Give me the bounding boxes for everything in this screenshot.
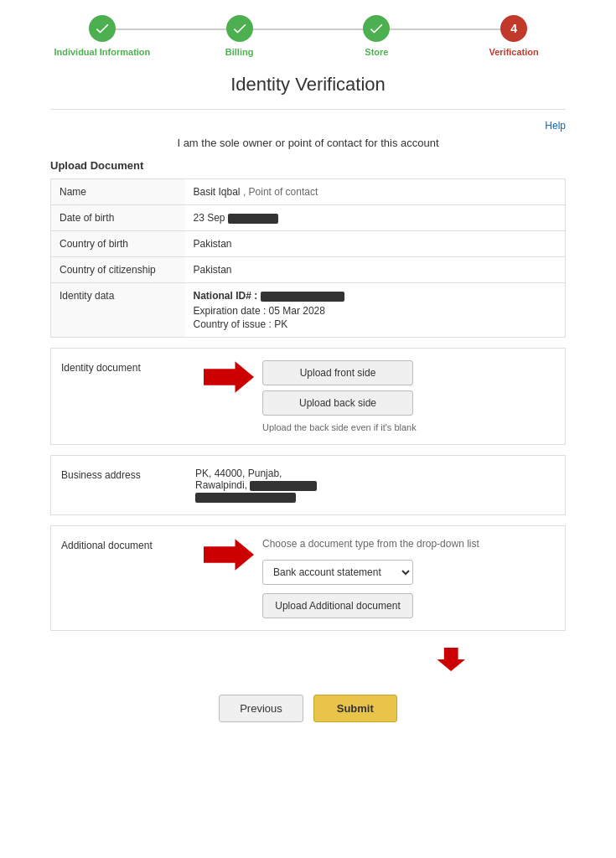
step-label-verification: Verification <box>489 47 538 57</box>
step-store: Store <box>308 15 446 57</box>
value-identity: National ID# : Expiration date : 05 Mar … <box>185 283 566 338</box>
table-row: Identity data National ID# : Expiration … <box>51 283 566 338</box>
value-country-birth: Pakistan <box>185 231 566 257</box>
step-billing: Billing <box>171 15 308 57</box>
action-buttons-row: Previous Submit <box>219 695 397 722</box>
upload-buttons-col: Upload front side Upload back side Uploa… <box>262 360 555 432</box>
section-divider <box>50 109 566 110</box>
business-address-section: Business address PK, 44000, Punjab, Rawa… <box>50 455 566 515</box>
label-country-birth: Country of birth <box>51 231 185 257</box>
business-address-label: Business address <box>61 468 195 481</box>
dropdown-description: Choose a document type from the drop-dow… <box>262 538 555 550</box>
progress-bar: Individual Information Billing Store 4 V… <box>0 0 616 65</box>
name-value: Basit Iqbal <box>194 186 243 198</box>
redacted-address1 <box>250 481 317 491</box>
table-row: Name Basit Iqbal , Point of contact <box>51 179 566 205</box>
value-name: Basit Iqbal , Point of contact <box>185 179 566 205</box>
svg-marker-0 <box>204 361 254 393</box>
additional-doc-label: Additional document <box>61 538 195 551</box>
identity-doc-label: Identity document <box>61 360 195 374</box>
step-individual: Individual Information <box>34 15 171 57</box>
down-arrow-icon <box>432 648 465 681</box>
label-name: Name <box>51 179 185 205</box>
table-row: Date of birth 23 Sep <box>51 205 566 231</box>
bottom-buttons-area: Previous Submit <box>50 648 566 747</box>
upload-arrow-container <box>195 360 262 394</box>
step-verification: 4 Verification <box>445 15 582 57</box>
step-label-billing: Billing <box>225 47 254 57</box>
info-table: Name Basit Iqbal , Point of contact Date… <box>50 178 566 338</box>
step-circle-store <box>363 15 390 42</box>
step-circle-individual <box>89 15 116 42</box>
redacted-address2 <box>195 493 296 503</box>
main-content: Identity Verification Help I am the sole… <box>0 65 616 764</box>
additional-doc-controls: Choose a document type from the drop-dow… <box>262 538 555 618</box>
redacted-id <box>261 292 344 302</box>
table-row: Country of birth Pakistan <box>51 231 566 257</box>
point-of-contact: , Point of contact <box>243 186 318 198</box>
right-arrow-icon <box>204 360 254 394</box>
upload-back-button[interactable]: Upload back side <box>262 390 413 416</box>
submit-button[interactable]: Submit <box>313 695 397 722</box>
expiration-date: Expiration date : 05 Mar 2028 <box>194 305 557 317</box>
step-circle-verification: 4 <box>500 15 527 42</box>
value-citizenship: Pakistan <box>185 257 566 283</box>
upload-front-button[interactable]: Upload front side <box>262 360 413 385</box>
national-id-label: National ID# : <box>194 290 258 302</box>
previous-button[interactable]: Previous <box>219 695 303 722</box>
table-row: Country of citizenship Pakistan <box>51 257 566 283</box>
upload-document-title: Upload Document <box>50 159 566 172</box>
business-address-value: PK, 44000, Punjab, Rawalpindi, <box>195 468 555 503</box>
svg-marker-1 <box>204 539 254 571</box>
label-citizenship: Country of citizenship <box>51 257 185 283</box>
address-line1: PK, 44000, Punjab, Rawalpindi, <box>195 468 555 503</box>
additional-document-section: Additional document Choose a document ty… <box>50 525 566 631</box>
document-type-select[interactable]: Bank account statement Utility bill Bank… <box>262 560 413 585</box>
help-link[interactable]: Help <box>50 120 566 132</box>
upload-additional-button[interactable]: Upload Additional document <box>262 593 413 618</box>
down-arrow-container <box>50 648 566 681</box>
identity-document-section: Identity document Upload front side Uplo… <box>50 348 566 445</box>
sole-owner-text: I am the sole owner or point of contact … <box>50 137 566 149</box>
additional-arrow-container <box>195 538 262 571</box>
svg-marker-2 <box>437 648 465 671</box>
upload-note: Upload the back side even if it's blank <box>262 422 430 432</box>
redacted-dob <box>228 214 278 224</box>
page-title: Identity Verification <box>50 74 566 96</box>
right-arrow-icon-additional <box>204 538 254 571</box>
step-circle-billing <box>226 15 253 42</box>
label-dob: Date of birth <box>51 205 185 231</box>
step-label-store: Store <box>365 47 388 57</box>
step-label-individual: Individual Information <box>54 47 150 57</box>
country-of-issue: Country of issue : PK <box>194 318 557 330</box>
value-dob: 23 Sep <box>185 205 566 231</box>
label-identity: Identity data <box>51 283 185 338</box>
